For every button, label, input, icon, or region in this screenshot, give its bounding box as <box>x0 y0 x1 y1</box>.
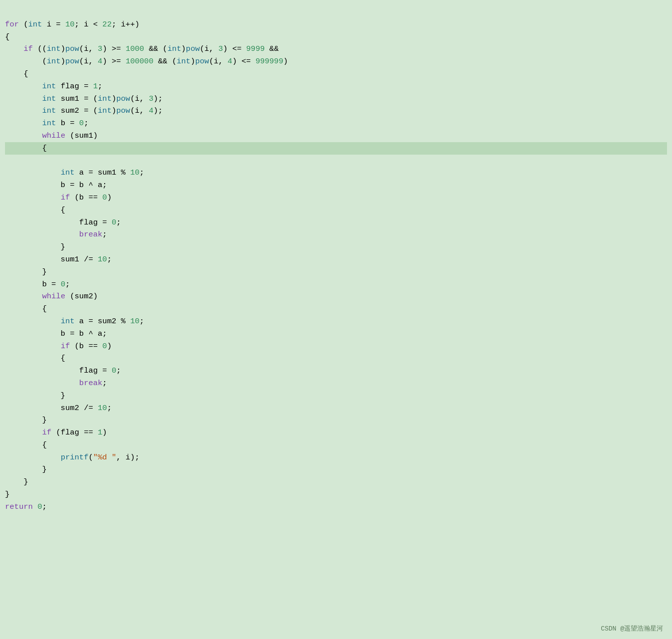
line-27: { <box>5 354 65 363</box>
line-39: return 0; <box>5 502 47 511</box>
line-28: flag = 0; <box>5 366 121 375</box>
line-17: break; <box>5 230 107 239</box>
line-32: } <box>5 416 47 425</box>
code-container: for (int i = 10; i < 22; i++) { if ((int… <box>0 0 672 639</box>
line-22: while (sum2) <box>5 292 98 301</box>
line-8: int sum2 = (int)pow(i, 4); <box>5 106 163 115</box>
line-23: { <box>5 304 47 313</box>
line-6: int flag = 1; <box>5 82 102 91</box>
line-36: } <box>5 465 47 474</box>
code-block: for (int i = 10; i < 22; i++) { if ((int… <box>0 4 672 527</box>
line-19: sum1 /= 10; <box>5 255 112 264</box>
line-2: { <box>5 32 9 41</box>
line-21: b = 0; <box>5 280 70 289</box>
line-18: } <box>5 242 65 251</box>
line-14: if (b == 0) <box>5 193 112 202</box>
line-12: int a = sum1 % 10; <box>5 168 144 177</box>
line-13: b = b ^ a; <box>5 181 107 190</box>
line-35: printf("%d ", i); <box>5 453 140 462</box>
line-16: flag = 0; <box>5 218 121 227</box>
line-30: } <box>5 391 65 400</box>
line-38: } <box>5 490 9 499</box>
line-1: for (int i = 10; i < 22; i++) <box>5 20 140 29</box>
line-34: { <box>5 440 47 449</box>
line-37: } <box>5 477 28 486</box>
line-26: if (b == 0) <box>5 342 112 351</box>
line-24: int a = sum2 % 10; <box>5 317 144 326</box>
line-33: if (flag == 1) <box>5 428 107 437</box>
line-9: int b = 0; <box>5 119 88 128</box>
line-4: (int)pow(i, 4) >= 100000 && (int)pow(i, … <box>5 57 288 66</box>
line-3: if ((int)pow(i, 3) >= 1000 && (int)pow(i… <box>5 44 279 53</box>
line-25: b = b ^ a; <box>5 329 107 338</box>
line-10: while (sum1) <box>5 131 98 140</box>
line-20: } <box>5 267 47 276</box>
line-5: { <box>5 69 28 78</box>
line-31: sum2 /= 10; <box>5 404 112 413</box>
line-29: break; <box>5 379 107 388</box>
line-7: int sum1 = (int)pow(i, 3); <box>5 94 163 103</box>
line-11: { <box>5 142 667 155</box>
line-15: { <box>5 206 65 214</box>
watermark: CSDN @遥望浩瀚星河 <box>601 624 663 633</box>
